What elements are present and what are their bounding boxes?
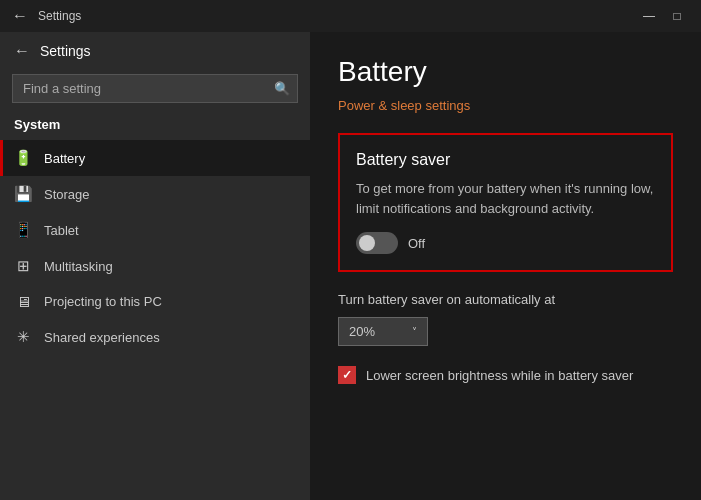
auto-section: Turn battery saver on automatically at 2… xyxy=(338,292,673,346)
page-title: Battery xyxy=(338,56,673,88)
sidebar-back-button[interactable]: ← xyxy=(14,42,30,60)
title-bar-title: Settings xyxy=(38,9,81,23)
toggle-row: Off xyxy=(356,232,655,254)
sidebar-item-projecting[interactable]: 🖥 Projecting to this PC xyxy=(0,284,310,319)
sidebar-item-battery[interactable]: 🔋 Battery xyxy=(0,140,310,176)
title-bar-controls: — □ xyxy=(637,6,689,26)
checkmark-icon: ✓ xyxy=(342,368,352,382)
battery-icon: 🔋 xyxy=(14,149,32,167)
storage-icon: 💾 xyxy=(14,185,32,203)
dropdown-value: 20% xyxy=(349,324,375,339)
brightness-checkbox[interactable]: ✓ xyxy=(338,366,356,384)
title-bar-left: ← Settings xyxy=(12,7,81,25)
sidebar-app-title: Settings xyxy=(40,43,91,59)
sidebar-item-storage-label: Storage xyxy=(44,187,90,202)
sidebar-item-storage[interactable]: 💾 Storage xyxy=(0,176,310,212)
search-icon: 🔍 xyxy=(274,81,290,96)
chevron-down-icon: ˅ xyxy=(412,326,417,337)
title-bar: ← Settings — □ xyxy=(0,0,701,32)
search-box: 🔍 xyxy=(12,74,298,103)
main-panel: Battery Power & sleep settings Battery s… xyxy=(310,0,701,500)
title-bar-back-icon[interactable]: ← xyxy=(12,7,28,25)
brightness-label: Lower screen brightness while in battery… xyxy=(366,368,633,383)
projecting-icon: 🖥 xyxy=(14,293,32,310)
tablet-icon: 📱 xyxy=(14,221,32,239)
sidebar-item-multitasking[interactable]: ⊞ Multitasking xyxy=(0,248,310,284)
sidebar-item-multitasking-label: Multitasking xyxy=(44,259,113,274)
power-sleep-link[interactable]: Power & sleep settings xyxy=(338,98,470,113)
search-input[interactable] xyxy=(12,74,298,103)
auto-threshold-dropdown[interactable]: 20% ˅ xyxy=(338,317,428,346)
system-label: System xyxy=(0,113,310,140)
minimize-button[interactable]: — xyxy=(637,6,661,26)
sidebar-item-projecting-label: Projecting to this PC xyxy=(44,294,162,309)
auto-section-label: Turn battery saver on automatically at xyxy=(338,292,673,307)
sidebar: ← Settings 🔍 System 🔋 Battery 💾 Storage … xyxy=(0,0,310,500)
toggle-label: Off xyxy=(408,236,425,251)
battery-saver-card: Battery saver To get more from your batt… xyxy=(338,133,673,272)
battery-saver-toggle[interactable] xyxy=(356,232,398,254)
sidebar-item-shared-label: Shared experiences xyxy=(44,330,160,345)
battery-saver-title: Battery saver xyxy=(356,151,655,169)
shared-icon: ✳ xyxy=(14,328,32,346)
multitasking-icon: ⊞ xyxy=(14,257,32,275)
main-content: Battery Power & sleep settings Battery s… xyxy=(310,32,701,408)
sidebar-item-battery-label: Battery xyxy=(44,151,85,166)
sidebar-item-tablet[interactable]: 📱 Tablet xyxy=(0,212,310,248)
battery-saver-description: To get more from your battery when it's … xyxy=(356,179,655,218)
maximize-button[interactable]: □ xyxy=(665,6,689,26)
sidebar-item-shared[interactable]: ✳ Shared experiences xyxy=(0,319,310,355)
brightness-checkbox-row: ✓ Lower screen brightness while in batte… xyxy=(338,366,673,384)
sidebar-header: ← Settings xyxy=(0,32,310,68)
sidebar-item-tablet-label: Tablet xyxy=(44,223,79,238)
